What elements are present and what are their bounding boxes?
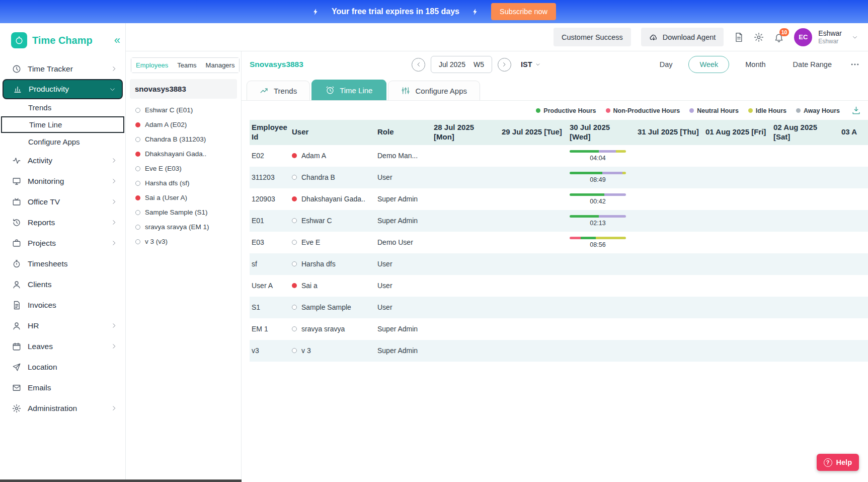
sidebar-subitem-trends[interactable]: Trends bbox=[0, 99, 125, 116]
table-row[interactable]: S1Sample SampleUser bbox=[250, 297, 868, 318]
employees-tab-employees[interactable]: Employees bbox=[131, 58, 173, 73]
monitor-icon bbox=[12, 177, 21, 186]
day-cell bbox=[636, 210, 703, 232]
timeline-bar[interactable] bbox=[570, 193, 626, 196]
day-cell bbox=[839, 188, 868, 210]
sidebar-subitem-time-line[interactable]: Time Line bbox=[1, 116, 124, 133]
column-header-31-jul-2025-thu: 31 Jul 2025 [Thu] bbox=[636, 120, 703, 145]
sidebar-item-label: Location bbox=[28, 363, 57, 372]
help-button[interactable]: ? Help bbox=[817, 454, 859, 471]
sidebar-item-office-tv[interactable]: Office TV bbox=[0, 191, 125, 212]
notifications-bell-icon[interactable]: 10 bbox=[774, 32, 784, 42]
chevron-right-icon bbox=[111, 198, 117, 205]
timezone-selector[interactable]: IST bbox=[521, 60, 540, 68]
download-agent-button[interactable]: Download Agent bbox=[641, 28, 724, 46]
status-dot bbox=[292, 153, 297, 158]
member-item[interactable]: Eve E (E03) bbox=[126, 161, 241, 176]
day-cell bbox=[771, 188, 839, 210]
sidebar-item-productivity[interactable]: Productivity bbox=[3, 79, 123, 99]
help-label: Help bbox=[836, 458, 852, 466]
horizontal-scrollbar-thumb[interactable] bbox=[0, 479, 242, 482]
range-tab-date-range[interactable]: Date Range bbox=[782, 56, 843, 73]
employees-tab-managers[interactable]: Managers bbox=[201, 58, 240, 73]
customer-success-button[interactable]: Customer Success bbox=[554, 28, 631, 46]
timeline-bar[interactable] bbox=[570, 172, 626, 174]
employees-tab-teams[interactable]: Teams bbox=[173, 58, 201, 73]
sidebar-item-leaves[interactable]: Leaves bbox=[0, 336, 125, 357]
previous-period-button[interactable] bbox=[412, 58, 425, 72]
view-tab-configure-apps[interactable]: Configure Apps bbox=[388, 81, 480, 100]
sidebar-subitem-configure-apps[interactable]: Configure Apps bbox=[0, 133, 125, 150]
day-cell bbox=[568, 297, 636, 318]
role-cell: User bbox=[375, 275, 432, 297]
view-tab-trends[interactable]: Trends bbox=[247, 81, 310, 100]
timeline-bar[interactable] bbox=[570, 237, 626, 239]
sidebar-item-location[interactable]: Location bbox=[0, 357, 125, 377]
role-cell: Super Admin bbox=[375, 188, 432, 210]
clock-icon bbox=[12, 64, 21, 74]
member-item[interactable]: Harsha dfs (sf) bbox=[126, 176, 241, 190]
member-name: Sai a (User A) bbox=[145, 194, 187, 201]
range-tab-month[interactable]: Month bbox=[734, 56, 776, 73]
range-tab-day[interactable]: Day bbox=[649, 56, 684, 73]
day-cell bbox=[500, 253, 568, 275]
timeline-bar[interactable] bbox=[570, 150, 626, 153]
export-download-icon[interactable] bbox=[851, 106, 861, 115]
sidebar-item-projects[interactable]: Projects bbox=[0, 233, 125, 253]
table-row[interactable]: 120903Dhakshayani Gada..Super Admin00:42 bbox=[250, 188, 868, 210]
column-header-28-jul-2025-mon: 28 Jul 2025 [Mon] bbox=[432, 120, 500, 145]
calendar-icon bbox=[12, 342, 21, 351]
next-period-button[interactable] bbox=[498, 58, 511, 72]
sidebar-item-timesheets[interactable]: Timesheets bbox=[0, 253, 125, 274]
timeline-bar[interactable] bbox=[570, 215, 626, 218]
sidebar-item-activity[interactable]: Activity bbox=[0, 150, 125, 171]
user-menu-chevron-icon[interactable] bbox=[852, 34, 858, 40]
table-row[interactable]: E02Adam ADemo Man...04:04 bbox=[250, 145, 868, 167]
sidebar-item-hr[interactable]: HR bbox=[0, 315, 125, 336]
table-row[interactable]: sfHarsha dfsUser bbox=[250, 253, 868, 275]
member-item[interactable]: Dhakshayani Gada.. bbox=[126, 147, 241, 161]
legend: Productive HoursNon-Productive HoursNeut… bbox=[536, 107, 840, 114]
member-item[interactable]: Eshwar C (E01) bbox=[126, 103, 241, 117]
member-item[interactable]: Chandra B (311203) bbox=[126, 132, 241, 147]
table-row[interactable]: v3v 3Super Admin bbox=[250, 340, 868, 362]
sidebar-item-time-tracker[interactable]: Time Tracker bbox=[0, 58, 125, 79]
user-avatar[interactable]: EC bbox=[794, 28, 812, 46]
sliders-icon bbox=[401, 86, 410, 95]
employee-id-cell: sf bbox=[250, 253, 290, 275]
period-selector[interactable]: Jul 2025 W5 bbox=[431, 56, 492, 73]
sidebar-item-clients[interactable]: Clients bbox=[0, 274, 125, 295]
document-icon[interactable] bbox=[734, 32, 744, 42]
chevron-right-icon bbox=[111, 65, 117, 72]
sidebar-item-label: Invoices bbox=[28, 301, 56, 310]
member-item[interactable]: sravya sravya (EM 1) bbox=[126, 220, 241, 234]
member-item[interactable]: Sai a (User A) bbox=[126, 190, 241, 205]
table-row[interactable]: User ASai aUser bbox=[250, 275, 868, 297]
member-item[interactable]: v 3 (v3) bbox=[126, 234, 241, 249]
table-row[interactable]: E03Eve EDemo User08:56 bbox=[250, 232, 868, 253]
member-item[interactable]: Sample Sample (S1) bbox=[126, 205, 241, 220]
subscribe-now-button[interactable]: Subscribe now bbox=[491, 3, 556, 20]
view-tab-time-line[interactable]: Time Line bbox=[311, 80, 386, 100]
sidebar-item-administration[interactable]: Administration bbox=[0, 398, 125, 419]
sidebar-item-emails[interactable]: Emails bbox=[0, 377, 125, 398]
legend-dot bbox=[606, 108, 610, 113]
range-tab-week[interactable]: Week bbox=[688, 56, 729, 73]
sidebar-item-label: Timesheets bbox=[28, 259, 68, 268]
group-name[interactable]: snovasys3883 bbox=[130, 79, 237, 99]
member-item[interactable]: Adam A (E02) bbox=[126, 117, 241, 132]
status-dot bbox=[135, 210, 140, 215]
sidebar-collapse-button[interactable]: « bbox=[114, 35, 120, 46]
sidebar-item-monitoring[interactable]: Monitoring bbox=[0, 171, 125, 191]
table-row[interactable]: E01Eshwar CSuper Admin02:13 bbox=[250, 210, 868, 232]
user-cell: Dhakshayani Gada.. bbox=[292, 195, 371, 203]
day-cell bbox=[703, 232, 771, 253]
more-options-icon[interactable] bbox=[850, 59, 860, 70]
bar-segment-idle bbox=[616, 150, 626, 153]
sidebar-item-invoices[interactable]: Invoices bbox=[0, 295, 125, 315]
sidebar-item-reports[interactable]: Reports bbox=[0, 212, 125, 233]
settings-gear-icon[interactable] bbox=[754, 32, 764, 42]
table-row[interactable]: 311203Chandra BUser08:49 bbox=[250, 167, 868, 188]
table-row[interactable]: EM 1sravya sravyaSuper Admin bbox=[250, 318, 868, 340]
user-cell-wrap: Eve E bbox=[290, 232, 375, 253]
